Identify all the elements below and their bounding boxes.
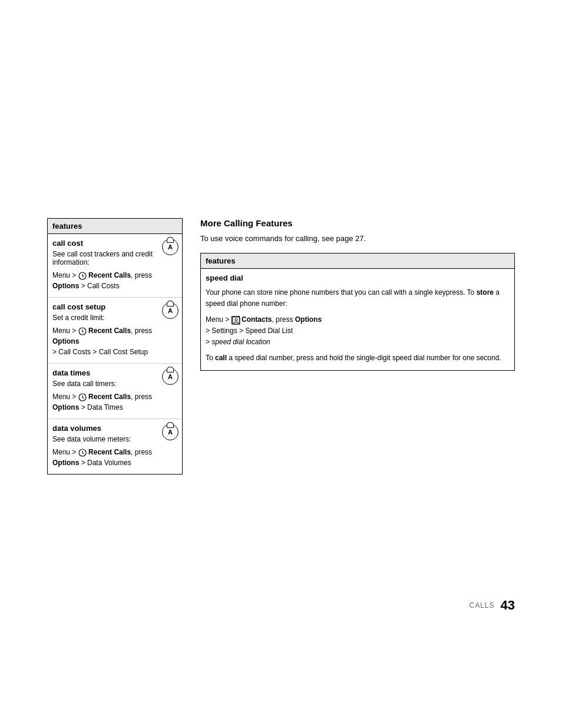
data-volumes-nav: Menu > Recent Calls, pressOptions > Data… [52,447,177,468]
recent-calls-inline-icon-2 [78,327,87,335]
call-cost-nav: Menu > Recent Calls, pressOptions > Call… [52,270,177,291]
speed-dial-call-text: To call a speed dial number, press and h… [206,353,510,364]
voice-command-icon-datavolumes: A [162,424,178,440]
contacts-svg-icon [232,317,240,325]
data-times-icon-badge: A [162,368,178,385]
left-column: features call cost A See call cost track… [47,218,183,475]
feature-section-data-times: data times A See data call timers: Menu … [48,364,182,419]
right-feature-table: features speed dial Your phone can store… [200,253,515,371]
voice-command-icon-callcost: A [162,239,178,255]
feature-title-data-times: data times [52,368,177,377]
voice-command-icon-callcostsetup: A [162,302,178,319]
right-column: More Calling Features To use voice comma… [200,218,515,475]
options-bold-2: Options [52,337,79,345]
intro-text: To use voice commands for calling, see p… [200,233,515,245]
call-bold: call [215,354,227,362]
page-content: features call cost A See call cost track… [0,218,562,475]
recent-calls-bold-4: Recent Calls [88,448,131,456]
speed-dial-location-italic: speed dial location [211,338,270,346]
feature-section-data-volumes: data volumes A See data volume meters: M… [48,419,182,474]
speed-dial-title: speed dial [206,274,510,282]
feature-title-data-volumes: data volumes [52,424,177,433]
right-feature-section-speed-dial: speed dial Your phone can store nine pho… [201,269,514,370]
options-bold-right: Options [295,315,322,324]
data-times-desc: See data call timers: [52,380,177,388]
speed-dial-nav: Menu > Contacts, press Options > Setting… [206,314,510,348]
data-volumes-desc: See data volume meters: [52,435,177,443]
feature-section-call-cost: call cost A See call cost trackers and c… [48,234,182,298]
recent-calls-inline-icon-3 [78,393,87,401]
data-volumes-icon-badge: A [162,424,178,440]
data-times-nav: Menu > Recent Calls, pressOptions > Data… [52,391,177,413]
footer-calls-label: CALLS [469,601,494,610]
speed-dial-desc: Your phone can store nine phone numbers … [206,287,510,309]
more-calling-features-heading: More Calling Features [200,218,515,228]
left-feature-table: features call cost A See call cost track… [47,218,183,475]
feature-title-call-cost-setup: call cost setup [52,302,177,311]
page-footer: CALLS 43 [469,598,515,613]
recent-calls-bold-3: Recent Calls [88,393,131,401]
svg-point-5 [235,318,237,321]
feature-section-call-cost-setup: call cost setup A Set a credit limit: Me… [48,298,182,364]
call-cost-setup-desc: Set a credit limit: [52,314,177,322]
right-table-header: features [201,253,514,269]
voice-command-icon-datatimes: A [162,368,178,385]
options-bold-4: Options [52,459,79,467]
contacts-bold: Contacts [242,315,272,324]
footer-page-number: 43 [501,598,515,613]
call-cost-desc: See call cost trackers and credit inform… [52,250,177,266]
recent-calls-bold-1: Recent Calls [88,271,131,279]
call-cost-setup-icon-badge: A [162,302,178,319]
recent-calls-bold-2: Recent Calls [88,327,131,335]
feature-title-call-cost: call cost [52,239,177,248]
options-bold-3: Options [52,403,79,411]
recent-calls-inline-icon-4 [78,449,87,457]
call-cost-setup-nav: Menu > Recent Calls, press Options> Call… [52,325,177,357]
call-cost-icon-badge: A [162,239,178,255]
recent-calls-inline-icon-1 [78,272,87,280]
left-table-header: features [48,219,182,234]
options-bold-1: Options [52,282,79,290]
contacts-icon-inline [232,316,240,324]
store-bold: store [477,288,494,297]
